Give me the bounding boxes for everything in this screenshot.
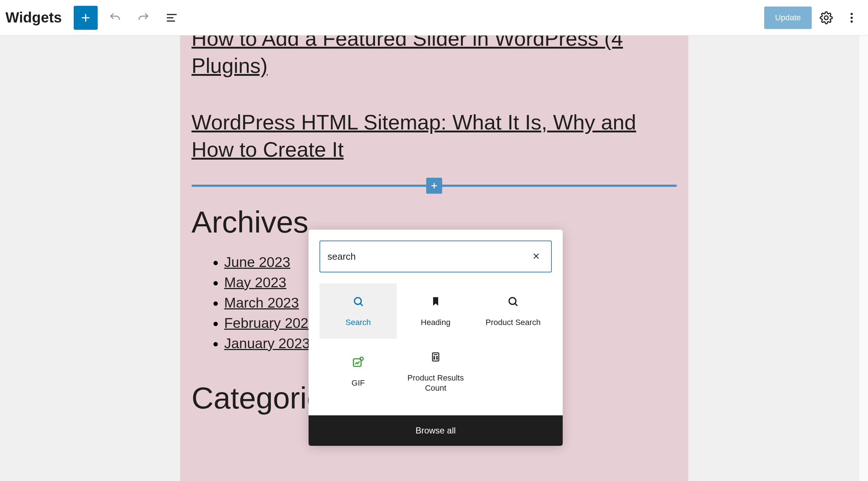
empty-cell — [474, 339, 552, 404]
archive-link[interactable]: January 2023 — [224, 336, 310, 351]
post-link[interactable]: How to Add a Featured Slider in WordPres… — [192, 36, 677, 79]
list-view-icon — [165, 11, 178, 24]
svg-point-5 — [851, 13, 853, 15]
plus-icon — [429, 181, 439, 190]
redo-icon — [137, 11, 150, 24]
add-block-button[interactable] — [74, 6, 98, 30]
bookmark-icon — [431, 294, 441, 309]
more-vertical-icon — [845, 11, 858, 24]
page-title: Widgets — [5, 9, 62, 26]
block-result-heading[interactable]: Heading — [397, 283, 474, 339]
insertion-line — [442, 185, 677, 187]
update-button[interactable]: Update — [764, 7, 812, 29]
search-icon — [507, 294, 519, 309]
insertion-line — [192, 185, 426, 187]
calculator-icon — [430, 350, 441, 364]
block-insertion-point — [192, 178, 677, 194]
svg-point-14 — [509, 297, 516, 304]
block-label: Heading — [421, 317, 451, 328]
archive-link[interactable]: May 2023 — [224, 275, 286, 290]
top-bar-left: Widgets — [5, 6, 183, 30]
svg-line-15 — [515, 303, 518, 306]
svg-point-17 — [360, 357, 363, 360]
list-view-button[interactable] — [161, 7, 183, 29]
redo-button[interactable] — [133, 7, 154, 29]
block-label: Product Results Count — [400, 373, 470, 394]
gear-icon — [820, 11, 833, 24]
options-button[interactable] — [841, 7, 863, 29]
image-search-icon — [352, 355, 365, 369]
settings-button[interactable] — [815, 7, 837, 29]
block-result-product-search[interactable]: Product Search — [474, 283, 552, 339]
block-label: Search — [346, 317, 371, 328]
svg-point-23 — [436, 358, 437, 359]
block-label: Product Search — [486, 317, 541, 328]
svg-point-20 — [434, 356, 435, 357]
clear-search-button[interactable] — [529, 248, 544, 265]
post-link[interactable]: WordPress HTML Sitemap: What It Is, Why … — [192, 108, 677, 163]
svg-point-12 — [354, 297, 361, 304]
editor-canvas[interactable]: How to Add a Featured Slider in WordPres… — [0, 36, 868, 481]
search-input-container — [319, 240, 552, 272]
svg-point-6 — [851, 17, 853, 19]
block-label: GIF — [351, 378, 365, 388]
editor-top-bar: Widgets Updat — [0, 0, 868, 36]
browse-all-button[interactable]: Browse all — [309, 415, 563, 446]
svg-point-21 — [436, 356, 437, 357]
scrollbar-track[interactable] — [859, 36, 868, 481]
insert-block-button[interactable] — [426, 178, 442, 194]
close-icon — [531, 251, 541, 261]
block-result-gif[interactable]: GIF — [319, 339, 397, 404]
svg-line-13 — [360, 303, 363, 306]
block-results-grid: Search Heading Product — [309, 283, 563, 415]
svg-point-22 — [434, 358, 435, 359]
top-bar-right: Update — [764, 7, 863, 29]
block-result-product-results-count[interactable]: Product Results Count — [397, 339, 474, 404]
search-wrapper — [309, 230, 563, 283]
archive-link[interactable]: February 2023 — [224, 315, 317, 331]
block-result-search[interactable]: Search — [319, 283, 397, 339]
block-search-input[interactable] — [327, 251, 529, 262]
undo-button[interactable] — [104, 7, 126, 29]
archive-link[interactable]: June 2023 — [224, 254, 290, 270]
plus-icon — [79, 11, 92, 24]
archive-link[interactable]: March 2023 — [224, 295, 299, 311]
block-inserter-popup: Search Heading Product — [309, 230, 563, 446]
search-icon — [353, 294, 364, 309]
undo-icon — [109, 11, 122, 24]
svg-point-7 — [851, 20, 853, 22]
